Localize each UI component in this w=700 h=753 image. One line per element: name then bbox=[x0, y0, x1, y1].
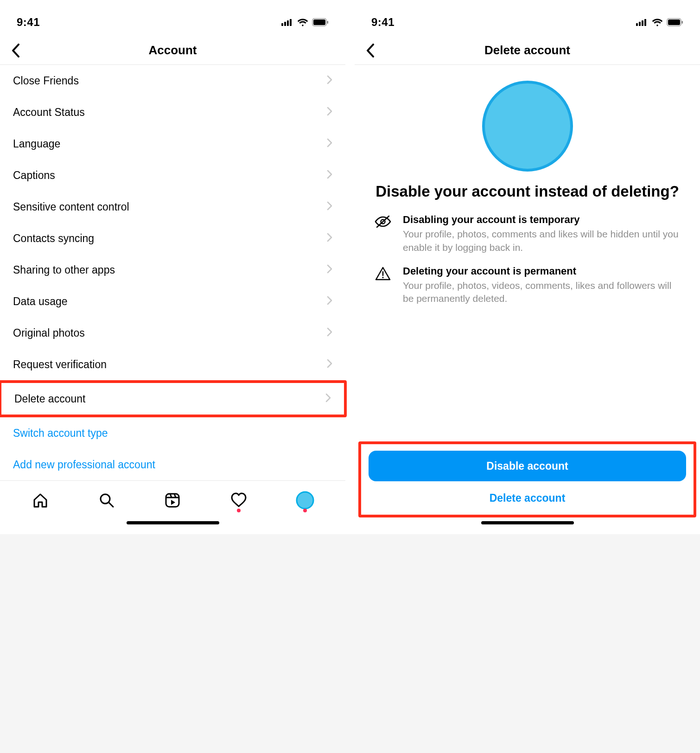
chevron-right-icon bbox=[327, 75, 332, 87]
chevron-right-icon bbox=[327, 358, 332, 371]
row-label: Account Status bbox=[13, 106, 85, 119]
screen-delete-account: 9:41 Delete account Disable your account… bbox=[355, 0, 700, 534]
page-title: Account bbox=[149, 43, 197, 57]
tab-bar bbox=[0, 480, 345, 517]
svg-rect-9 bbox=[166, 494, 179, 507]
chevron-left-icon bbox=[366, 44, 375, 57]
row-close-friends[interactable]: Close Friends bbox=[0, 65, 345, 96]
chevron-right-icon bbox=[327, 169, 332, 182]
status-bar: 9:41 bbox=[355, 0, 700, 36]
screen-account-settings: 9:41 Account Close Friends Account Statu… bbox=[0, 0, 345, 534]
svg-rect-3 bbox=[290, 19, 292, 26]
tab-home[interactable] bbox=[26, 486, 54, 514]
row-label: Language bbox=[13, 138, 60, 150]
svg-rect-20 bbox=[668, 19, 680, 25]
nav-header: Delete account bbox=[355, 36, 700, 65]
tab-search[interactable] bbox=[93, 486, 121, 514]
row-captions[interactable]: Captions bbox=[0, 160, 345, 191]
bullet-delete-permanent: Deleting your account is permanent Your … bbox=[373, 265, 681, 306]
chevron-right-icon bbox=[327, 138, 332, 150]
row-label: Delete account bbox=[14, 393, 85, 405]
row-label: Sensitive content control bbox=[13, 201, 129, 213]
delete-account-content: Disable your account instead of deleting… bbox=[355, 65, 700, 441]
row-label: Switch account type bbox=[13, 427, 108, 440]
status-time: 9:41 bbox=[17, 16, 40, 29]
chevron-right-icon bbox=[325, 393, 331, 405]
row-label: Sharing to other apps bbox=[13, 264, 115, 276]
bullet-desc: Your profile, photos, comments and likes… bbox=[403, 228, 681, 254]
battery-icon bbox=[667, 18, 683, 26]
svg-rect-21 bbox=[682, 21, 683, 24]
row-sharing-other-apps[interactable]: Sharing to other apps bbox=[0, 254, 345, 286]
home-indicator-pill bbox=[127, 521, 219, 524]
svg-rect-16 bbox=[639, 22, 641, 26]
reels-icon bbox=[164, 492, 181, 509]
row-request-verification[interactable]: Request verification bbox=[0, 349, 345, 380]
tab-profile[interactable] bbox=[291, 486, 319, 514]
svg-rect-17 bbox=[642, 20, 643, 26]
bullet-title: Deleting your account is permanent bbox=[403, 265, 681, 277]
chevron-right-icon bbox=[327, 327, 332, 339]
row-label: Contacts syncing bbox=[13, 232, 94, 245]
heart-icon bbox=[230, 492, 247, 509]
svg-rect-18 bbox=[644, 19, 646, 26]
profile-avatar-icon bbox=[296, 491, 314, 510]
delete-account-button[interactable]: Delete account bbox=[369, 485, 686, 511]
home-icon bbox=[32, 492, 49, 509]
tab-activity[interactable] bbox=[225, 486, 253, 514]
wifi-icon bbox=[652, 18, 663, 26]
row-contacts-syncing[interactable]: Contacts syncing bbox=[0, 223, 345, 254]
status-indicators bbox=[281, 18, 329, 26]
cellular-icon bbox=[636, 19, 648, 26]
row-data-usage[interactable]: Data usage bbox=[0, 286, 345, 317]
chevron-right-icon bbox=[327, 201, 332, 213]
row-account-status[interactable]: Account Status bbox=[0, 96, 345, 128]
home-indicator bbox=[355, 517, 700, 534]
profile-avatar bbox=[482, 81, 573, 172]
status-bar: 9:41 bbox=[0, 0, 345, 36]
bullet-title: Disabling your account is temporary bbox=[403, 214, 681, 226]
highlight-action-buttons: Disable account Delete account bbox=[358, 441, 696, 517]
row-label: Data usage bbox=[13, 295, 68, 308]
svg-line-8 bbox=[109, 503, 113, 507]
row-language[interactable]: Language bbox=[0, 128, 345, 160]
row-label: Captions bbox=[13, 169, 55, 182]
settings-list: Close Friends Account Status Language Ca… bbox=[0, 65, 345, 480]
highlight-delete-account: Delete account bbox=[0, 380, 347, 417]
svg-point-14 bbox=[297, 492, 313, 509]
svg-rect-5 bbox=[313, 19, 325, 25]
nav-header: Account bbox=[0, 36, 345, 65]
back-button[interactable] bbox=[5, 39, 27, 62]
chevron-right-icon bbox=[327, 106, 332, 119]
chevron-left-icon bbox=[11, 44, 20, 57]
link-add-professional-account[interactable]: Add new professional account bbox=[0, 449, 345, 480]
tab-reels[interactable] bbox=[159, 486, 186, 514]
row-label: Request verification bbox=[13, 358, 107, 371]
search-icon bbox=[98, 492, 115, 509]
row-delete-account[interactable]: Delete account bbox=[1, 383, 344, 415]
svg-marker-13 bbox=[171, 500, 175, 505]
row-label: Add new professional account bbox=[13, 459, 155, 471]
svg-point-25 bbox=[382, 277, 383, 278]
row-original-photos[interactable]: Original photos bbox=[0, 317, 345, 349]
bullet-desc: Your profile, photos, videos, comments, … bbox=[403, 279, 681, 306]
back-button[interactable] bbox=[359, 39, 382, 62]
svg-rect-2 bbox=[287, 20, 289, 26]
svg-rect-6 bbox=[327, 21, 329, 24]
chevron-right-icon bbox=[327, 232, 332, 245]
row-label: Close Friends bbox=[13, 75, 79, 87]
home-indicator-pill bbox=[481, 521, 574, 524]
svg-rect-1 bbox=[284, 22, 286, 26]
notification-dot bbox=[237, 509, 241, 512]
cellular-icon bbox=[281, 19, 293, 26]
row-label: Original photos bbox=[13, 327, 85, 339]
link-switch-account-type[interactable]: Switch account type bbox=[0, 417, 345, 449]
chevron-right-icon bbox=[327, 264, 332, 276]
row-sensitive-content[interactable]: Sensitive content control bbox=[0, 191, 345, 223]
warning-triangle-icon bbox=[373, 265, 393, 306]
battery-icon bbox=[312, 18, 329, 26]
svg-rect-0 bbox=[281, 23, 283, 26]
status-time: 9:41 bbox=[371, 16, 395, 29]
headline: Disable your account instead of deleting… bbox=[375, 182, 679, 201]
disable-account-button[interactable]: Disable account bbox=[369, 451, 686, 481]
